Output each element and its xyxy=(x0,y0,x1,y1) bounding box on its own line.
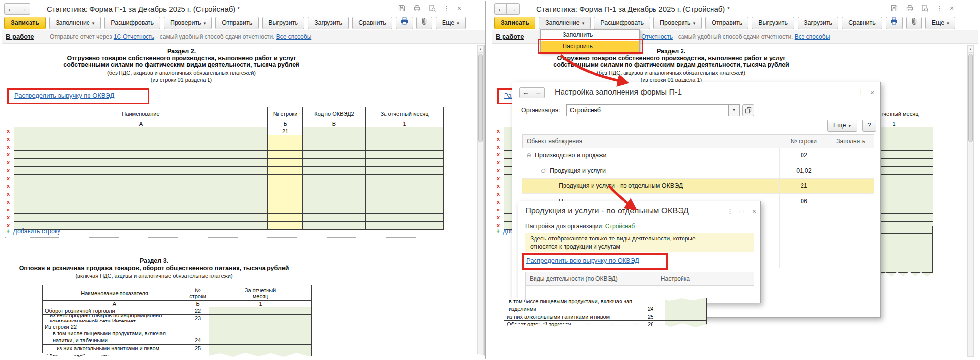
more-button[interactable]: Еще▾ xyxy=(827,120,857,132)
delete-row-icon[interactable]: x xyxy=(7,175,10,181)
vertical-scrollbar[interactable]: ▲ xyxy=(967,45,974,357)
okved-cell[interactable] xyxy=(303,198,366,206)
back-icon[interactable]: ← xyxy=(519,87,532,98)
open-organization-button[interactable] xyxy=(742,104,754,116)
delete-row-icon[interactable]: x xyxy=(497,159,500,166)
name-cell[interactable] xyxy=(14,206,268,214)
delete-row-icon[interactable]: x xyxy=(497,136,500,142)
chevron-down-icon[interactable]: ▾ xyxy=(728,105,739,116)
collapse-icon[interactable]: ⊖ xyxy=(541,167,546,174)
delete-row-icon[interactable]: x xyxy=(7,199,10,205)
month-cell[interactable] xyxy=(366,135,444,143)
attachment-button[interactable] xyxy=(906,17,922,29)
preview-icon[interactable] xyxy=(428,4,436,12)
kebab-icon[interactable]: ⋮ xyxy=(444,5,450,12)
print-icon[interactable] xyxy=(413,4,421,12)
close-icon[interactable]: × xyxy=(752,208,756,215)
close-icon[interactable]: × xyxy=(457,4,461,12)
delete-row-icon[interactable]: x xyxy=(497,128,500,134)
delete-row-icon[interactable]: x xyxy=(7,128,10,134)
rownum-cell[interactable] xyxy=(268,182,303,190)
month-cell[interactable] xyxy=(366,143,444,151)
month-cell[interactable] xyxy=(366,159,444,167)
month-cell[interactable] xyxy=(366,127,444,135)
tree-row-production[interactable]: ⊖Производство и продажи 02 xyxy=(522,148,874,163)
tree-row-products-by-okved[interactable]: Продукция и услуги - по отдельным ОКВЭД … xyxy=(522,179,874,194)
tree-row-products-services[interactable]: ⊖Продукция и услуги 01,02 xyxy=(522,163,874,179)
add-row-link[interactable]: +Добавить строку xyxy=(6,228,60,235)
okved-cell[interactable] xyxy=(303,167,366,175)
scrollbar-thumb[interactable] xyxy=(478,54,483,142)
check-button[interactable]: Проверить▾ xyxy=(164,17,212,29)
okved-cell[interactable] xyxy=(303,182,366,190)
scroll-up-icon[interactable]: ▲ xyxy=(478,46,483,53)
rownum-cell[interactable] xyxy=(268,222,303,230)
delete-row-icon[interactable]: x xyxy=(497,167,500,174)
send-button[interactable]: Отправить xyxy=(215,17,259,29)
close-icon[interactable]: × xyxy=(950,4,954,12)
check-button[interactable]: Проверить▾ xyxy=(653,17,702,29)
okved-cell[interactable] xyxy=(303,190,366,198)
collapse-icon[interactable]: ⊖ xyxy=(526,152,531,159)
rownum-cell[interactable] xyxy=(268,175,303,182)
name-cell[interactable] xyxy=(14,198,268,206)
print-button[interactable] xyxy=(396,17,413,29)
okved-cell[interactable] xyxy=(303,151,366,159)
send-button[interactable]: Отправить xyxy=(705,17,748,29)
rownum-cell[interactable]: 21 xyxy=(268,127,303,135)
delete-row-icon[interactable]: x xyxy=(7,136,10,142)
rownum-cell[interactable] xyxy=(268,135,303,143)
status-state-link[interactable]: В работе xyxy=(496,33,524,40)
month-cell[interactable] xyxy=(209,307,312,315)
month-cell[interactable] xyxy=(366,167,444,175)
delete-row-icon[interactable]: x xyxy=(497,183,500,189)
export-button[interactable]: Выгрузить xyxy=(262,17,304,29)
month-cell[interactable] xyxy=(209,322,312,345)
kebab-icon[interactable]: ⋮ xyxy=(727,208,733,215)
month-cell[interactable] xyxy=(366,175,444,182)
month-cell[interactable] xyxy=(366,222,444,230)
more-button[interactable]: Еще▾ xyxy=(436,17,466,29)
okved-cell[interactable] xyxy=(303,222,366,230)
delete-row-icon[interactable]: x xyxy=(7,159,10,166)
help-button[interactable]: ? xyxy=(862,120,876,132)
1c-reporting-link[interactable]: 1С-Отчетность xyxy=(114,33,154,40)
rownum-cell[interactable] xyxy=(268,214,303,222)
import-button[interactable]: Загрузить xyxy=(308,17,349,29)
attachment-button[interactable] xyxy=(416,17,432,29)
delete-row-icon[interactable]: x xyxy=(497,175,500,181)
save-icon[interactable] xyxy=(398,4,406,12)
month-cell[interactable] xyxy=(366,182,444,190)
delete-row-icon[interactable]: x xyxy=(7,214,10,221)
delete-row-icon[interactable]: x xyxy=(7,144,10,150)
save-button[interactable]: Записать xyxy=(4,17,46,29)
vertical-scrollbar[interactable]: ▲ xyxy=(477,45,484,357)
delete-row-icon[interactable]: x xyxy=(7,207,10,213)
okved-cell[interactable] xyxy=(303,206,366,214)
preview-icon[interactable] xyxy=(921,4,929,12)
all-ways-link[interactable]: Все способы xyxy=(795,33,830,40)
all-ways-link[interactable]: Все способы xyxy=(276,33,312,40)
delete-row-icon[interactable]: x xyxy=(497,214,500,221)
decrypt-button[interactable]: Расшифровать xyxy=(594,17,650,29)
import-button[interactable]: Загрузить xyxy=(798,17,838,29)
forward-icon[interactable]: → xyxy=(532,87,545,98)
forward-icon[interactable]: → xyxy=(507,3,520,15)
more-button[interactable]: Еще▾ xyxy=(925,17,955,29)
delete-row-icon[interactable]: x xyxy=(497,199,500,205)
compare-button[interactable]: Сравнить xyxy=(352,17,392,29)
okved-cell[interactable] xyxy=(303,127,366,135)
month-cell[interactable] xyxy=(209,315,312,322)
name-cell[interactable] xyxy=(14,214,268,222)
rownum-cell[interactable] xyxy=(268,198,303,206)
maximize-icon[interactable]: □ xyxy=(740,208,743,215)
kebab-icon[interactable]: ⋮ xyxy=(936,5,943,12)
delete-row-icon[interactable]: x xyxy=(7,151,10,158)
rownum-cell[interactable] xyxy=(268,159,303,167)
name-cell[interactable] xyxy=(14,182,268,190)
name-cell[interactable] xyxy=(14,135,268,143)
delete-row-icon[interactable]: x xyxy=(7,183,10,189)
month-cell[interactable] xyxy=(366,151,444,159)
save-button[interactable]: Записать xyxy=(494,17,535,29)
delete-row-icon[interactable]: x xyxy=(497,207,500,213)
